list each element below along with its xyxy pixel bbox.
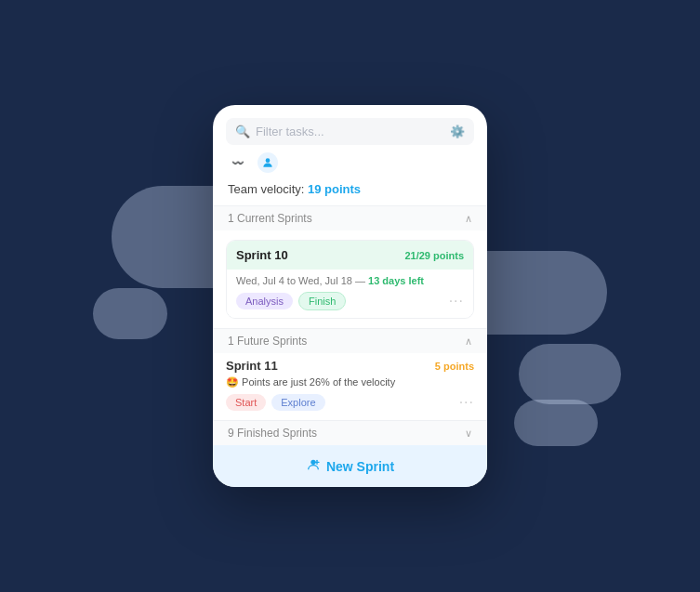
sprint-10-dates: Wed, Jul 4 to Wed, Jul 18 — 13 days left: [236, 275, 464, 286]
future-sprints-chevron: ∧: [465, 335, 472, 348]
sprint-10-days-left: 13 days left: [368, 275, 424, 286]
sprint-10-card: Sprint 10 21/29 points Wed, Jul 4 to Wed…: [226, 240, 474, 319]
sprint-10-actions: Analysis Finish ···: [236, 292, 464, 310]
new-sprint-label: New Sprint: [326, 459, 394, 474]
current-sprints-chevron: ∧: [465, 213, 472, 225]
user-svg: [261, 156, 274, 169]
search-placeholder: Filter tasks...: [256, 125, 444, 138]
decorative-blob-5: [514, 400, 598, 446]
sprint-11-header: Sprint 11 5 points: [226, 359, 474, 373]
new-sprint-icon: [306, 457, 321, 475]
phone-card: 🔍 Filter tasks... ⚙️ 〰️ Team velocity: 1…: [213, 105, 487, 487]
tab-activity-icon[interactable]: 〰️: [228, 152, 248, 173]
sprint-10-date-range: Wed, Jul 4 to Wed, Jul 18 —: [236, 275, 365, 286]
new-sprint-button[interactable]: New Sprint: [213, 445, 487, 487]
sprint-11-actions: Start Explore ···: [226, 394, 474, 411]
current-sprints-title: 1 Current Sprints: [228, 212, 312, 225]
sprint-11-card: Sprint 11 5 points 🤩 Points are just 26%…: [226, 359, 474, 411]
finished-sprints-title: 9 Finished Sprints: [228, 427, 317, 440]
svg-point-0: [266, 158, 271, 163]
search-icon: 🔍: [235, 125, 250, 138]
sprint-10-header: Sprint 10 21/29 points: [227, 241, 473, 270]
tab-icons: 〰️: [213, 152, 487, 180]
tab-user-icon[interactable]: [258, 152, 278, 173]
finish-button[interactable]: Finish: [298, 292, 346, 310]
velocity-line: Team velocity: 19 points: [213, 180, 487, 205]
analysis-button[interactable]: Analysis: [236, 293, 293, 309]
finished-sprints-chevron: ∨: [465, 428, 472, 440]
sprint-10-points: 21/29 points: [404, 250, 464, 261]
sprint-10-name: Sprint 10: [236, 248, 288, 262]
sprint-11-dots-menu[interactable]: ···: [459, 394, 474, 411]
sprint-11-name: Sprint 11: [226, 359, 278, 373]
future-sprints-title: 1 Future Sprints: [228, 335, 307, 348]
decorative-blob-2: [93, 288, 167, 339]
sprint-10-dots-menu[interactable]: ···: [449, 293, 464, 309]
sprint-10-body: Wed, Jul 4 to Wed, Jul 18 — 13 days left…: [227, 270, 473, 318]
sprint-11-points: 5 points: [435, 361, 474, 372]
sprint-11-note: 🤩 Points are just 26% of the velocity: [226, 376, 474, 388]
future-sprints-header[interactable]: 1 Future Sprints ∧: [213, 328, 487, 353]
current-sprints-header[interactable]: 1 Current Sprints ∧: [213, 205, 487, 230]
explore-button[interactable]: Explore: [271, 394, 324, 411]
filter-icon[interactable]: ⚙️: [450, 125, 465, 138]
decorative-blob-4: [519, 344, 621, 404]
finished-sprints-header[interactable]: 9 Finished Sprints ∨: [213, 420, 487, 445]
velocity-value: 19 points: [308, 182, 361, 196]
velocity-label: Team velocity:: [228, 182, 304, 196]
search-bar[interactable]: 🔍 Filter tasks... ⚙️: [226, 118, 474, 145]
start-button[interactable]: Start: [226, 394, 266, 411]
